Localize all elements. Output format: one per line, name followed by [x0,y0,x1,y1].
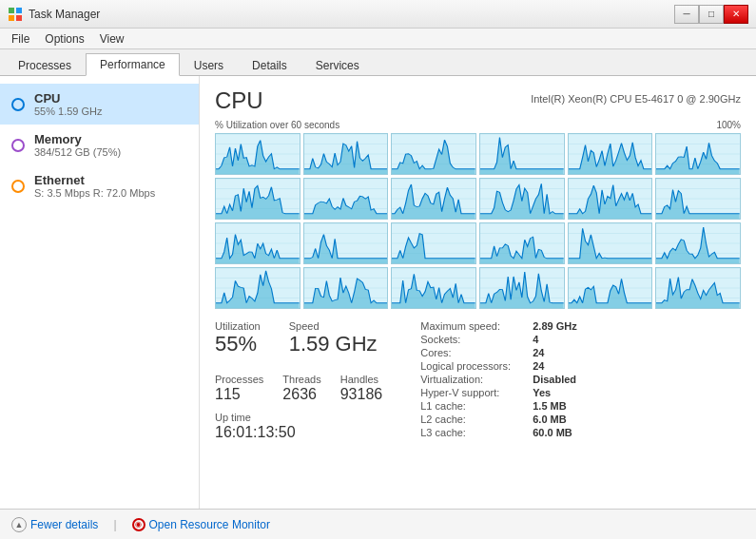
processes-stat: Processes 115 [215,374,263,403]
cpu-graph-20 [391,267,476,309]
ethernet-detail: S: 3.5 Mbps R: 72.0 Mbps [34,187,155,199]
speed-stat: Speed 1.59 GHz [289,320,378,356]
sidebar-item-ethernet[interactable]: Ethernet S: 3.5 Mbps R: 72.0 Mbps [0,165,199,206]
utilization-stat: Utilization 55% [215,320,261,356]
window-controls: ─ □ ✕ [674,5,748,24]
cpu-detail: 55% 1.59 GHz [34,106,103,117]
minimize-button[interactable]: ─ [674,5,699,24]
fewer-details-link[interactable]: ▲ Fewer details [11,517,98,532]
stats-bottom: Utilization 55% Speed 1.59 GHz Processes… [215,320,741,441]
speed-value: 1.59 GHz [289,332,378,356]
threads-value: 2636 [282,385,320,403]
ethernet-text: Ethernet S: 3.5 Mbps R: 72.0 Mbps [34,173,155,199]
tab-bar: Processes Performance Users Details Serv… [0,49,756,76]
cpu-graph-13 [303,222,389,264]
right-stat-label-2: Cores: [420,347,525,358]
cpu-graph-7 [303,178,389,220]
right-stat-value-0: 2.89 GHz [533,320,576,332]
right-stat-row-2: Cores:24 [420,347,576,358]
cpu-graph-3 [479,133,565,175]
uptime-value: 16:01:13:50 [215,423,382,441]
stats-left: Utilization 55% Speed 1.59 GHz Processes… [215,320,382,441]
cpu-graph-23 [655,267,741,309]
memory-dot [11,139,25,152]
sidebar-item-cpu[interactable]: CPU 55% 1.59 GHz [0,84,199,125]
menu-file[interactable]: File [4,30,37,48]
memory-name: Memory [34,132,121,146]
menu-options[interactable]: Options [37,30,91,48]
right-stat-value-3: 24 [533,360,544,372]
threads-stat: Threads 2636 [282,374,320,403]
content-area: CPU Intel(R) Xeon(R) CPU E5-4617 0 @ 2.9… [200,76,756,509]
open-resource-monitor-link[interactable]: ◉ Open Resource Monitor [132,518,270,531]
right-stat-label-0: Maximum speed: [420,320,525,332]
right-stat-value-5: Yes [533,387,551,398]
graphs-label-text: % Utilization over 60 seconds [215,120,339,130]
right-stat-label-1: Sockets: [420,334,525,345]
right-stat-row-6: L1 cache:1.5 MB [420,400,576,412]
threads-label: Threads [282,374,320,385]
app-icon [8,7,23,22]
handles-label: Handles [340,374,383,385]
cpu-name: CPU [34,91,103,106]
right-stat-label-5: Hyper-V support: [420,387,525,398]
right-stat-row-4: Virtualization:Disabled [420,374,576,385]
right-stat-row-0: Maximum speed:2.89 GHz [420,320,576,332]
cpu-graph-4 [568,133,653,175]
cpu-graph-16 [568,222,653,264]
close-button[interactable]: ✕ [724,5,748,24]
window-title: Task Manager [29,8,100,21]
cpu-graphs-grid [215,133,741,309]
maximize-button[interactable]: □ [699,5,724,24]
svg-rect-2 [9,15,14,21]
fewer-details-icon: ▲ [11,517,27,532]
tab-users[interactable]: Users [180,54,238,76]
tab-performance[interactable]: Performance [86,53,180,76]
tab-services[interactable]: Services [301,54,374,76]
cpu-dot [11,98,25,111]
main-container: CPU 55% 1.59 GHz Memory 384/512 GB (75%)… [0,76,756,509]
cpu-graph-11 [655,178,741,220]
cpu-graph-22 [568,267,653,309]
sidebar: CPU 55% 1.59 GHz Memory 384/512 GB (75%)… [0,76,200,509]
cpu-graph-14 [391,222,476,264]
utilization-label: Utilization [215,320,261,332]
tab-details[interactable]: Details [238,54,301,76]
right-stat-row-1: Sockets:4 [420,334,576,345]
cpu-model: Intel(R) Xeon(R) CPU E5-4617 0 @ 2.90GHz [531,93,741,105]
right-stat-value-6: 1.5 MB [533,400,566,412]
right-stat-value-4: Disabled [533,374,576,385]
right-stat-row-7: L2 cache:6.0 MB [420,414,576,425]
cpu-graph-17 [655,222,741,264]
content-title: CPU [215,87,263,114]
cpu-graph-6 [215,178,300,220]
right-stat-label-7: L2 cache: [420,414,525,425]
ethernet-dot [11,180,25,193]
right-stat-label-8: L3 cache: [420,427,525,438]
right-stat-value-7: 6.0 MB [533,414,566,425]
menu-view[interactable]: View [92,30,132,48]
right-stat-row-3: Logical processors:24 [420,360,576,372]
fewer-details-text: Fewer details [30,518,98,531]
open-resource-monitor-text: Open Resource Monitor [149,518,270,531]
cpu-graph-9 [479,178,565,220]
cpu-graph-1 [303,133,389,175]
utilization-speed-row: Utilization 55% Speed 1.59 GHz [215,320,382,356]
tab-processes[interactable]: Processes [4,54,86,76]
processes-value: 115 [215,385,263,403]
svg-rect-1 [16,8,22,13]
resource-monitor-icon: ◉ [132,518,145,531]
memory-detail: 384/512 GB (75%) [34,146,121,158]
cpu-graph-18 [215,267,300,309]
cpu-graph-10 [568,178,653,220]
right-stat-value-8: 60.0 MB [533,427,572,438]
graphs-label: % Utilization over 60 seconds 100% [215,120,741,130]
cpu-graph-15 [479,222,565,264]
right-stat-label-3: Logical processors: [420,360,525,372]
processes-label: Processes [215,374,263,385]
handles-value: 93186 [340,385,383,403]
sidebar-item-memory[interactable]: Memory 384/512 GB (75%) [0,125,199,165]
graphs-max-label: 100% [716,120,741,130]
menu-bar: File Options View [0,29,756,49]
cpu-graph-19 [303,267,389,309]
